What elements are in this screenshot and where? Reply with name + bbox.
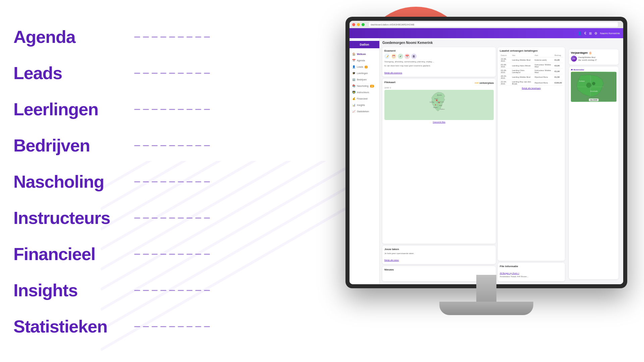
sidebar-item-financieel[interactable]: 💰 Financieel	[350, 96, 379, 102]
menu-item-nascholing[interactable]: Nascholing	[0, 172, 161, 192]
cell-aan: Externe partij	[534, 57, 553, 63]
cell-aan: Instructeur Wobke Mud	[534, 69, 553, 74]
file-info-title: File Informatie	[500, 265, 563, 268]
buienradar-card: 🌧 Buienradar	[569, 67, 619, 279]
examen-icon-5[interactable]: 🗓	[411, 54, 417, 59]
close-button[interactable]	[352, 23, 355, 26]
statistieken-icon: 📈	[352, 110, 356, 113]
svg-text:Den Haag: Den Haag	[430, 102, 434, 103]
verkeerplaza-brand: over verkeerplaza	[475, 82, 494, 84]
menu-item-agenda[interactable]: Agenda	[0, 27, 161, 47]
radar-svg: Arnhem Enschede	[571, 72, 616, 102]
svg-text:Rotterdam: Rotterdam	[433, 107, 438, 108]
settings-icon[interactable]: ⚙	[594, 32, 597, 35]
sidebar-label-welkom: Welkom	[357, 53, 366, 55]
menu-label-nascholing: Nascholing	[13, 172, 127, 192]
examen-icon-3[interactable]: ✓	[398, 54, 403, 59]
screen-body: Datlon 🏠 Welkom 📅 Agenda 👤 Leads 2	[350, 38, 623, 284]
cell-datum: 03-09-2021	[500, 69, 511, 74]
examen-icon-row: 📝 ⏰ ✓ 📅 🗓	[384, 54, 494, 59]
sidebar-logo[interactable]: Datlon	[350, 41, 379, 48]
table-row: 28-04-2021 Leerling Wobke Mud Rijschool …	[500, 74, 563, 80]
sidebar-item-bedrijven[interactable]: 🏢 Bedrijven	[350, 76, 379, 83]
header-username: Naomi Kemerink	[600, 32, 620, 35]
monitor-neck	[476, 275, 496, 302]
examen-card: Exament 📝 ⏰ ✓ 📅 🗓 Voortgang, afronding, …	[382, 47, 496, 77]
svg-text:Haarlem: Haarlem	[434, 98, 438, 99]
bedrijven-icon: 🏢	[352, 78, 356, 81]
sidebar-item-leads[interactable]: 👤 Leads 2	[350, 64, 379, 70]
cell-datum: 03-09-2021	[500, 63, 511, 69]
sidebar-item-instructeurs[interactable]: 👨‍🏫 Instructeurs	[350, 89, 379, 96]
menu-item-bedrijven[interactable]: Bedrijven	[0, 135, 161, 156]
cell-bedrag: €1,00	[553, 69, 563, 74]
leads-icon: 👤	[352, 65, 356, 68]
sidebar-label-instructeurs: Instructeurs	[357, 91, 369, 94]
main-content: Goedemorgen Noomi Kemerink Exament 📝 ⏰ ✓	[380, 38, 623, 284]
cell-van: Leerling Wobke Mud	[511, 57, 534, 63]
maximize-button[interactable]	[362, 23, 365, 26]
welcome-message: Goedemorgen Noomi Kemerink	[382, 41, 621, 45]
nieuws-title: Nieuws	[384, 268, 494, 271]
sidebar-item-welkom[interactable]: 🏠 Welkom	[350, 51, 379, 57]
menu-item-statistieken[interactable]: Statistieken	[0, 316, 161, 337]
cell-van: Leerling Chris Landeput	[511, 69, 534, 74]
person-icon: 👤	[578, 32, 582, 35]
filekaart-overview-button[interactable]: Overzicht files	[384, 121, 494, 123]
cell-datum: 19-06-2021	[500, 57, 511, 63]
menu-label-bedrijven: Bedrijven	[13, 135, 127, 156]
filekaart-title: Filekaart	[384, 81, 395, 84]
sidebar: Datlon 🏠 Welkom 📅 Agenda 👤 Leads 2	[350, 38, 380, 284]
sidebar-label-agenda: Agenda	[357, 59, 365, 62]
examen-sub-text: Er zijn deze keer nog maar geen examens …	[384, 64, 494, 67]
menu-item-insights[interactable]: Insights	[0, 280, 161, 300]
minimize-button[interactable]	[357, 23, 360, 26]
examen-icon-4[interactable]: 📅	[405, 54, 410, 59]
menu-label-financieel: Financieel	[13, 244, 127, 264]
file-info-link[interactable]: All Bergen op Zoom >	[500, 272, 519, 274]
taken-link[interactable]: Bekijk alle taken	[384, 259, 399, 261]
col-bedrag: Bedrag	[553, 54, 563, 57]
sidebar-label-financieel: Financieel	[357, 98, 368, 100]
col-van: Van	[511, 54, 534, 57]
sidebar-label-statistieken: Statistieken	[357, 110, 369, 113]
examen-icon-2[interactable]: ⏰	[391, 54, 396, 59]
menu-dashes-leerlingen	[134, 109, 210, 110]
sidebar-item-nascholing[interactable]: 📚 Nascholing 49	[350, 83, 379, 89]
sidebar-item-insights[interactable]: 📊 Insights	[350, 102, 379, 108]
betalingen-table: Datum Van Aan Bedrag 19-06-2021 Leerling…	[500, 54, 563, 86]
monitor-base	[439, 302, 533, 315]
sidebar-item-statistieken[interactable]: 📈 Statistieken	[350, 108, 379, 115]
netherlands-map: Amsterdam Haarlem Utrecht Rotterdam Eind…	[384, 90, 494, 120]
svg-text:Enschede: Enschede	[590, 90, 598, 92]
menu-item-leerlingen[interactable]: Leerlingen	[0, 99, 161, 119]
menu-item-leads[interactable]: Leads	[0, 63, 161, 83]
menu-item-financieel[interactable]: Financieel	[0, 244, 161, 264]
menu-item-instructeurs[interactable]: Instructeurs	[0, 208, 161, 228]
left-column: Exament 📝 ⏰ ✓ 📅 🗓 Voortgang, afronding, …	[382, 47, 496, 281]
buienradar-title: 🌧 Buienradar	[571, 69, 616, 71]
examen-link[interactable]: Bekijk alle examens	[384, 72, 402, 74]
table-row: 03-09-2021 Leerling Hans Wevel Instructe…	[500, 63, 563, 69]
nascholing-badge: 49	[370, 85, 374, 87]
taken-title: Jouw taken	[384, 248, 494, 251]
avatar-placeholder: ZM	[571, 56, 577, 62]
sidebar-item-leerlingen[interactable]: 🎓 Leerlingen	[350, 70, 379, 76]
filekaart-logo-row: Filekaart over verkeerplaza	[384, 81, 494, 85]
verjaardagen-card: Verjaardagen 🎂 ZM ZandgrWobke Mud	[569, 49, 619, 65]
menu-dashes-leads	[134, 73, 210, 74]
examen-icon-1[interactable]: 📝	[384, 54, 390, 59]
address-bar[interactable]: dashboard.datlon.nl/DASHBOARD/HOME	[369, 22, 618, 27]
right-panel: Verjaardagen 🎂 ZM ZandgrWobke Mud	[567, 47, 621, 281]
sidebar-item-agenda[interactable]: 📅 Agenda	[350, 57, 379, 64]
cell-datum: 22-04-2021	[500, 80, 511, 86]
instructeurs-icon: 👨‍🏫	[352, 91, 356, 94]
betalingen-link[interactable]: Bekijk alle betalingen	[500, 87, 563, 89]
col-datum: Datum	[500, 54, 511, 57]
browser-topbar: dashboard.datlon.nl/DASHBOARD/HOME	[350, 21, 623, 28]
euro-icon: €	[584, 32, 586, 35]
menu-dashes-instructeurs	[134, 218, 210, 219]
cell-bedrag: €1,50	[553, 74, 563, 80]
radar-icon: 🌧	[571, 69, 573, 71]
menu-dashes-insights	[134, 290, 210, 291]
